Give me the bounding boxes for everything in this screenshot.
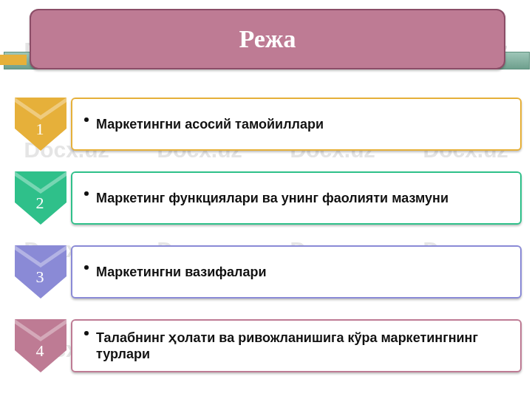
item-card: Маркетингни вазифалари [71,245,522,299]
chevron-down-icon: 1 [13,98,72,155]
item-text: Маркетинг функциялари ва унинг фаолияти … [96,190,449,207]
list-item: 3 Маркетингни вазифалари [13,245,522,303]
item-number: 4 [13,341,66,361]
bullet-icon [84,265,89,270]
item-card: Маркетингни асосий тамойиллари [71,98,522,151]
item-card: Талабнинг ҳолати ва ривожланишига кўра м… [71,319,522,372]
bullet-icon [84,331,89,335]
item-number: 3 [13,267,66,287]
bullet-icon [84,117,89,122]
list-item: 1 Маркетингни асосий тамойиллари [13,98,522,155]
chevron-down-icon: 2 [13,171,72,229]
agenda-list: 1 Маркетингни асосий тамойиллари 2 [13,98,522,393]
page-title: Режа [239,25,296,53]
list-item: 4 Талабнинг ҳолати ва ривожланишига кўра… [13,319,522,377]
chevron-down-icon: 4 [13,319,72,377]
item-text: Маркетингни вазифалари [96,264,267,281]
title-box: Режа [30,9,505,69]
item-number: 2 [13,194,66,213]
item-card: Маркетинг функциялари ва унинг фаолияти … [71,171,522,225]
bullet-icon [84,191,89,196]
item-text: Маркетингни асосий тамойиллари [96,116,324,133]
item-number: 1 [13,120,66,139]
list-item: 2 Маркетинг функциялари ва унинг фаолият… [13,171,522,229]
item-text: Талабнинг ҳолати ва ривожланишига кўра м… [96,330,510,363]
chevron-down-icon: 3 [13,245,72,303]
header-accent [0,55,27,65]
slide: Docx.uz Docx.uz Docx.uz Docx.uz Docx.uz … [0,0,532,399]
